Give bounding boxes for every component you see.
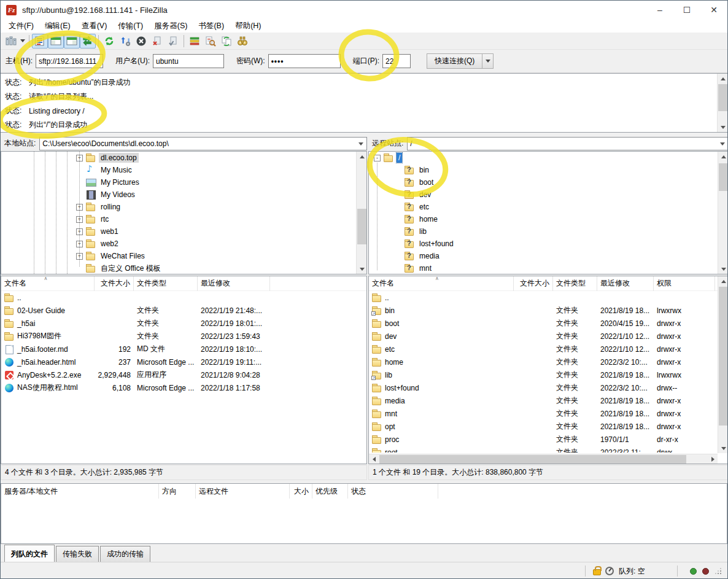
queue-tab[interactable]: 成功的传输 bbox=[100, 546, 150, 562]
scroll-right-icon[interactable] bbox=[708, 454, 718, 464]
scroll-thumb[interactable] bbox=[379, 455, 686, 464]
site-manager-icon[interactable] bbox=[3, 34, 19, 49]
file-row[interactable]: .. bbox=[1, 291, 366, 304]
scroll-down-icon[interactable] bbox=[718, 443, 728, 453]
menu-item[interactable]: 书签(B) bbox=[193, 20, 230, 33]
speed-limit-icon[interactable] bbox=[605, 567, 614, 575]
remote-tree-item[interactable]: ? media bbox=[369, 250, 728, 262]
file-row[interactable]: ↗bin 文件夹 2021/8/19 18... lrwxrwx bbox=[369, 304, 728, 317]
remote-tree-item[interactable]: ? lib bbox=[369, 225, 728, 238]
find-files-icon[interactable] bbox=[234, 34, 250, 49]
chevron-down-icon[interactable] bbox=[720, 142, 725, 146]
column-header-filetype[interactable]: 文件类型 bbox=[134, 276, 198, 291]
file-row[interactable]: ↗boot 文件夹 2020/4/15 19... drwxr-x bbox=[369, 317, 728, 330]
log-scrollbar[interactable] bbox=[717, 74, 727, 132]
column-header-status[interactable]: 状态 bbox=[348, 484, 438, 499]
toggle-message-log-icon[interactable] bbox=[32, 34, 48, 49]
file-row[interactable]: AnyDesk+5.2.2.exe 2,929,448 应用程序 2021/12… bbox=[1, 368, 366, 381]
cancel-icon[interactable] bbox=[133, 34, 149, 49]
menu-item[interactable]: 传输(T) bbox=[112, 20, 149, 33]
remote-tree-item[interactable]: ? dev bbox=[369, 188, 728, 201]
quickconnect-button[interactable]: 快速连接(Q) bbox=[427, 53, 482, 69]
file-row[interactable]: ↗opt 文件夹 2021/8/19 18... drwxr-x bbox=[369, 420, 728, 433]
refresh-icon[interactable] bbox=[101, 34, 117, 49]
close-button[interactable]: ✕ bbox=[700, 1, 727, 19]
quickconnect-dropdown-icon[interactable] bbox=[482, 53, 494, 69]
column-header-filesize[interactable]: 文件大小 bbox=[514, 276, 553, 291]
lock-icon[interactable] bbox=[593, 569, 601, 575]
file-row[interactable]: ↗etc 文件夹 2022/1/10 12... drwxr-x bbox=[369, 343, 728, 356]
remote-tree-item[interactable]: ? lost+found bbox=[369, 238, 728, 250]
expand-toggle-icon[interactable]: - bbox=[374, 155, 381, 161]
scroll-down-icon[interactable] bbox=[718, 122, 727, 132]
menu-item[interactable]: 查看(V) bbox=[76, 20, 113, 33]
site-manager-dropdown-icon[interactable] bbox=[19, 34, 26, 49]
reconnect-icon[interactable] bbox=[165, 34, 181, 49]
scroll-up-icon[interactable] bbox=[718, 74, 727, 84]
remote-site-combobox[interactable]: / bbox=[407, 137, 728, 150]
disconnect-icon[interactable] bbox=[149, 34, 165, 49]
file-row[interactable]: ↗lib 文件夹 2021/8/19 18... lrwxrwx bbox=[369, 368, 728, 381]
menu-item[interactable]: 编辑(E) bbox=[39, 20, 76, 33]
column-header-server-local-file[interactable]: 服务器/本地文件 bbox=[1, 484, 159, 499]
scroll-left-icon[interactable] bbox=[369, 454, 379, 464]
column-header-direction[interactable]: 方向 bbox=[159, 484, 196, 499]
file-row[interactable]: ↗home 文件夹 2022/3/2 10:... drwxr-x bbox=[369, 356, 728, 368]
chevron-down-icon[interactable] bbox=[358, 142, 363, 146]
local-tree-scrollbar[interactable] bbox=[356, 152, 366, 274]
file-row[interactable]: _h5ai 文件夹 2022/1/19 18:01:... bbox=[1, 317, 366, 330]
queue-tab[interactable]: 列队的文件 bbox=[4, 545, 55, 564]
remote-tree-item[interactable]: ? boot bbox=[369, 176, 728, 188]
remote-tree-item[interactable]: - ? / bbox=[369, 152, 728, 164]
file-row[interactable]: ↗proc 文件夹 1970/1/1 dr-xr-x bbox=[369, 433, 728, 446]
toggle-local-tree-icon[interactable] bbox=[48, 34, 64, 49]
remote-list-vscrollbar[interactable] bbox=[718, 276, 728, 453]
minimize-button[interactable]: – bbox=[646, 1, 673, 19]
menu-item[interactable]: 文件(F) bbox=[3, 20, 39, 33]
remote-tree-scrollbar[interactable] bbox=[718, 152, 728, 274]
maximize-button[interactable]: ☐ bbox=[673, 1, 700, 19]
toggle-transfer-queue-icon[interactable] bbox=[80, 34, 96, 49]
file-row[interactable]: 02-User Guide 文件夹 2022/1/19 21:48:... bbox=[1, 304, 366, 317]
directory-comparison-icon[interactable] bbox=[187, 34, 203, 49]
column-header-filename[interactable]: ∧文件名 bbox=[369, 276, 514, 291]
file-row[interactable]: NAS使用教程.html 6,108 Microsoft Edge ... 20… bbox=[1, 381, 366, 394]
scroll-up-icon[interactable] bbox=[718, 276, 728, 286]
scroll-thumb[interactable] bbox=[718, 84, 727, 111]
queue-tab[interactable]: 传输失败 bbox=[56, 546, 99, 562]
scroll-thumb[interactable] bbox=[719, 287, 728, 426]
column-header-filetype[interactable]: 文件类型 bbox=[553, 276, 597, 291]
password-input[interactable] bbox=[268, 54, 341, 68]
file-row[interactable]: ↗media 文件夹 2021/8/19 18... drwxr-x bbox=[369, 394, 728, 407]
port-input[interactable] bbox=[382, 54, 411, 68]
file-row[interactable]: Hi3798M固件 文件夹 2022/1/23 1:59:43 bbox=[1, 330, 366, 343]
scroll-down-icon[interactable] bbox=[718, 264, 728, 274]
file-row[interactable]: ↗.. bbox=[369, 291, 728, 304]
filename-filters-icon[interactable] bbox=[203, 34, 219, 49]
synchronized-browsing-icon[interactable] bbox=[219, 34, 234, 49]
file-row[interactable]: ↗mnt 文件夹 2021/8/19 18... drwxr-x bbox=[369, 407, 728, 420]
file-row[interactable]: ↗lost+found 文件夹 2022/3/2 10:... drwx-- bbox=[369, 381, 728, 394]
remote-tree-item[interactable]: ? etc bbox=[369, 201, 728, 213]
file-row[interactable]: ↗root 文件夹 2022/3/2 11: drwx-- bbox=[369, 446, 728, 453]
column-header-filename[interactable]: ∧文件名 bbox=[1, 276, 95, 291]
column-header-modified[interactable]: 最近修改 bbox=[597, 276, 654, 291]
column-header-filesize[interactable]: 文件大小 bbox=[95, 276, 134, 291]
file-row[interactable]: _h5ai.footer.md 192 MD 文件 2022/1/19 18:1… bbox=[1, 343, 366, 356]
column-header-size[interactable]: 大小 bbox=[290, 484, 312, 499]
username-input[interactable] bbox=[153, 54, 224, 68]
column-header-priority[interactable]: 优先级 bbox=[312, 484, 348, 499]
toggle-remote-tree-icon[interactable] bbox=[64, 34, 80, 49]
resize-grip[interactable] bbox=[714, 567, 722, 575]
scroll-thumb[interactable] bbox=[357, 209, 366, 244]
scroll-down-icon[interactable] bbox=[357, 264, 367, 274]
menu-item[interactable]: 帮助(H) bbox=[230, 20, 266, 33]
host-input[interactable] bbox=[36, 54, 103, 68]
scroll-up-icon[interactable] bbox=[718, 152, 728, 161]
remote-tree-item[interactable]: ? mnt bbox=[369, 262, 728, 274]
file-row[interactable]: ↗dev 文件夹 2022/1/10 12... drwxr-x bbox=[369, 330, 728, 343]
column-header-permissions[interactable]: 权限 bbox=[654, 276, 715, 291]
column-header-remote-file[interactable]: 远程文件 bbox=[196, 484, 290, 499]
process-queue-icon[interactable] bbox=[117, 34, 133, 49]
remote-list-hscrollbar[interactable] bbox=[369, 454, 718, 464]
